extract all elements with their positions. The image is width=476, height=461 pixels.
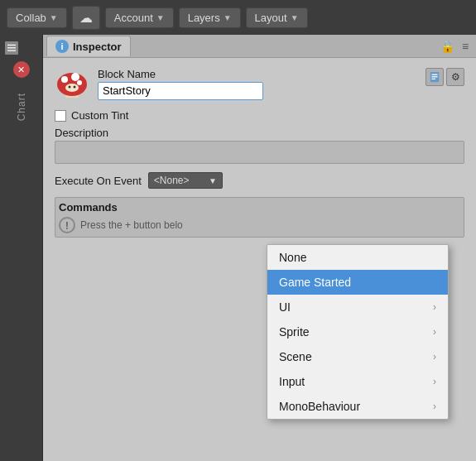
- svg-point-10: [74, 86, 76, 89]
- commands-hint: ! Press the + button belo: [59, 217, 460, 233]
- lock-icon: 🔒: [440, 40, 454, 53]
- dropdown-item-ui[interactable]: UI ›: [267, 295, 448, 319]
- dropdown-scene-label: Scene: [279, 350, 312, 363]
- layout-label: Layout: [255, 12, 287, 24]
- mushroom-icon: [55, 66, 89, 101]
- dropdown-item-scene[interactable]: Scene ›: [267, 344, 448, 369]
- hint-icon: !: [59, 217, 75, 233]
- inspector-tab-bar: i Inspector 🔒 ≡: [43, 35, 476, 58]
- execute-row: Execute On Event <None> ▼: [55, 172, 464, 189]
- custom-tint-row: Custom Tint: [55, 109, 464, 122]
- dropdown-ui-label: UI: [279, 300, 291, 314]
- svg-rect-12: [432, 74, 438, 75]
- svg-point-9: [69, 86, 71, 89]
- account-label: Account: [114, 12, 153, 24]
- scene-arrow-icon: ›: [433, 351, 436, 363]
- dropdown-item-none[interactable]: None: [267, 245, 448, 270]
- layers-label: Layers: [188, 12, 220, 24]
- collab-label: Collab: [16, 12, 46, 24]
- sprite-arrow-icon: ›: [433, 326, 436, 338]
- custom-tint-label: Custom Tint: [71, 109, 128, 122]
- block-name-row: Block Name ⚙: [55, 66, 464, 101]
- dropdown-sprite-label: Sprite: [279, 325, 310, 339]
- svg-rect-0: [7, 45, 16, 46]
- info-icon: i: [55, 40, 69, 53]
- monobehaviour-arrow-icon: ›: [433, 401, 436, 412]
- execute-dropdown: None Game Started UI › Sprite › Scene › …: [267, 244, 449, 420]
- account-button[interactable]: Account ▼: [105, 7, 174, 28]
- cloud-icon: ☁: [79, 11, 93, 25]
- sidebar-menu-icon[interactable]: [5, 41, 18, 55]
- icon-buttons: ⚙: [426, 66, 464, 86]
- cloud-button[interactable]: ☁: [72, 6, 100, 30]
- block-name-input[interactable]: [98, 82, 263, 100]
- dropdown-item-monobehaviour[interactable]: MonoBehaviour ›: [267, 394, 448, 419]
- chart-label: Chart: [16, 93, 27, 121]
- inspector-tab-label: Inspector: [73, 41, 122, 53]
- input-arrow-icon: ›: [433, 376, 436, 387]
- dropdown-item-sprite[interactable]: Sprite ›: [267, 319, 448, 344]
- svg-point-7: [77, 80, 82, 85]
- svg-point-6: [71, 73, 79, 81]
- svg-point-5: [61, 76, 68, 83]
- svg-point-8: [65, 84, 79, 92]
- dropdown-item-game-started[interactable]: Game Started: [267, 270, 448, 295]
- collab-arrow-icon: ▼: [50, 13, 58, 22]
- toolbar: Collab ▼ ☁ Account ▼ Layers ▼ Layout ▼: [0, 0, 476, 35]
- dropdown-item-input[interactable]: Input ›: [267, 369, 448, 394]
- execute-arrow-icon: ▼: [209, 176, 217, 185]
- layout-arrow-icon: ▼: [291, 13, 299, 22]
- sidebar-close-button[interactable]: ✕: [13, 61, 30, 78]
- sidebar: ✕ Chart: [0, 35, 43, 461]
- inspector-tab[interactable]: i Inspector: [46, 36, 131, 56]
- layers-button[interactable]: Layers ▼: [179, 7, 241, 28]
- custom-tint-checkbox[interactable]: [55, 110, 66, 122]
- commands-box: Commands ! Press the + button belo: [55, 197, 464, 238]
- commands-hint-text: Press the + button belo: [80, 219, 183, 231]
- tab-menu-button[interactable]: ≡: [458, 39, 473, 54]
- tab-actions: 🔒 ≡: [440, 39, 473, 54]
- layers-arrow-icon: ▼: [224, 13, 232, 22]
- collab-button[interactable]: Collab ▼: [7, 7, 67, 28]
- execute-label: Execute On Event: [55, 175, 142, 187]
- block-name-right: Block Name: [98, 68, 417, 100]
- layout-button[interactable]: Layout ▼: [246, 7, 308, 28]
- dropdown-game-started-label: Game Started: [279, 276, 351, 289]
- description-input[interactable]: [55, 141, 464, 164]
- ui-arrow-icon: ›: [433, 301, 436, 313]
- account-arrow-icon: ▼: [156, 13, 165, 22]
- execute-select[interactable]: <None> ▼: [148, 172, 223, 189]
- dropdown-input-label: Input: [279, 375, 305, 388]
- script-icon-button[interactable]: [426, 68, 444, 86]
- svg-rect-1: [7, 47, 16, 48]
- svg-rect-14: [432, 79, 435, 79]
- settings-icon-button[interactable]: ⚙: [446, 68, 464, 86]
- svg-rect-13: [432, 76, 438, 77]
- commands-header: Commands: [59, 201, 460, 214]
- block-name-label: Block Name: [98, 68, 417, 80]
- dropdown-monobehaviour-label: MonoBehaviour: [279, 400, 360, 413]
- execute-value: <None>: [154, 175, 190, 186]
- dropdown-none-label: None: [279, 251, 306, 264]
- svg-rect-2: [7, 50, 16, 51]
- description-label: Description: [55, 127, 464, 139]
